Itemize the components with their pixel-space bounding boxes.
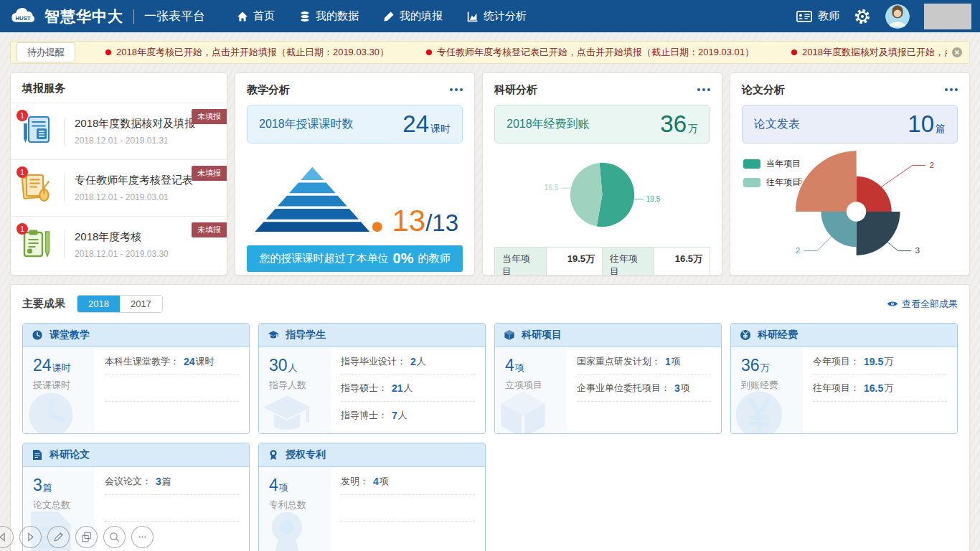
zoom-button[interactable] [103,526,126,548]
achievement-title: 科研经费 [758,329,798,342]
achievement-summary: 30人 指导人数 [259,347,331,434]
legend-item[interactable]: 当年项目 [743,158,801,170]
rank-current: 13 [392,204,425,238]
achievement-card-header: 指导学生 [259,324,485,347]
achievement-detail: 今年项目： 19.5 万 [813,349,947,375]
notice-label: 待办提醒 [17,42,75,62]
next-icon [24,531,37,543]
notice-text: 专任教师年度考核登记表已开始，点击并开始填报（截止日期：2019.03.01） [437,46,754,59]
achievement-card-header: 科研经费 [731,324,957,347]
service-name: 专任教师年度考核登记表 [75,174,193,187]
more-menu-icon[interactable] [697,85,710,94]
nav-my-report[interactable]: 我的填报 [383,9,443,23]
user-avatar[interactable] [885,4,910,29]
detail-label: 指导毕业设计： [341,355,406,368]
close-icon[interactable] [947,42,969,63]
nav-my-data[interactable]: 我的数据 [299,9,359,23]
prev-button[interactable] [0,526,14,548]
next-button[interactable] [19,526,42,548]
achievement-detail-empty [105,402,239,428]
pencil-icon [383,11,395,22]
achievement-details: 指导毕业设计： 2 人 指导硕士： 21 人 指导博士： 7 人 [331,347,485,434]
database-icon [299,11,311,22]
yen-icon [732,388,786,434]
more-button[interactable] [131,526,154,548]
teaching-analysis-card: 教学分析 2018年授课课时数 24 课时 13 /13 [235,72,475,276]
achievement-detail-empty [577,402,711,428]
achievement-card: 指导学生 30人 指导人数 指导毕业设计： 2 人 指导硕士： 21 人 [258,323,486,434]
detail-label: 本科生课堂教学： [105,355,179,368]
clipboard-pen-icon: 1 [19,227,54,262]
report-service-item[interactable]: 1 2018年度数据核对及填报 2018.12.01 - 2019.01.31 … [11,103,227,160]
achievements-panel: 主要成果 2018 2017 查看全部成果 课堂教学 24课时 授课课时 [10,284,970,551]
nav-label: 我的填报 [400,9,443,23]
achievement-summary: 4项 立项项目 [495,347,567,434]
cloud-logo-icon: HUST [9,7,37,26]
summary-unit: 课时 [52,362,71,375]
tab-2017[interactable]: 2017 [120,296,162,312]
teaching-hours-stat: 2018年授课课时数 24 课时 [247,105,463,143]
achievement-detail: 往年项目： 16.5 万 [813,375,947,402]
app-logo[interactable]: HUST 智慧华中大 一张表平台 [9,6,205,27]
service-period: 2018.12.01 - 2019.03.01 [75,192,193,202]
achievement-detail: 国家重点研发计划： 1 项 [577,349,711,375]
panel-title: 主要成果 [22,297,65,311]
detail-value: 2 [410,356,416,367]
username-redacted [924,4,971,29]
notice-item[interactable]: 2018年度考核已开始，点击并开始填报（截止日期：2019.03.30） [105,46,389,59]
notice-item[interactable]: 专任教师年度考核登记表已开始，点击并开始填报（截止日期：2019.03.01） [426,46,754,59]
service-name: 2018年度考核 [75,230,169,244]
table-value: 16.5万 [654,248,710,276]
pencil-icon [52,531,65,543]
clock-icon [24,388,77,434]
legend-swatch [743,159,760,169]
status-badge: 未填报 [192,166,227,181]
detail-label: 指导硕士： [341,382,387,395]
report-service-item[interactable]: 1 2018年度考核 2018.12.01 - 2019.03.30 未填报 [11,217,227,273]
detail-value: 4 [373,476,379,487]
detail-value: 19.5 [864,356,883,367]
summary-unit: 项 [279,481,288,494]
report-service-item[interactable]: 1 专任教师年度考核登记表 2018.12.01 - 2019.03.01 未填… [11,160,227,217]
more-icon [136,531,149,543]
status-badge: 未填报 [192,222,227,237]
role-switcher[interactable]: 教师 [796,9,839,23]
stat-unit: 课时 [430,123,451,136]
gradcap-icon [260,388,314,434]
prev-icon [0,531,9,543]
achievement-detail: 指导硕士： 21 人 [341,375,475,402]
table-value: 19.5万 [547,248,603,276]
achievement-title: 科研论文 [50,448,90,461]
view-all-link[interactable]: 查看全部成果 [887,298,958,311]
clock-icon [32,329,43,341]
achievement-detail: 指导毕业设计： 2 人 [341,349,475,375]
nav-statistics[interactable]: 统计分析 [467,9,527,23]
more-menu-icon[interactable] [450,85,463,94]
settings-gear-icon[interactable] [854,8,871,25]
notice-item[interactable]: 2018年度数据核对及填报已开始，点击并开始填报 [791,46,969,59]
achievement-detail-empty [341,495,475,522]
card-title: 科研分析 [494,83,537,97]
copy-button[interactable] [75,526,98,548]
chart-legend: 当年项目往年项目 [743,158,801,189]
more-menu-icon[interactable] [945,85,958,94]
pencil-button[interactable] [47,526,70,548]
tab-2018[interactable]: 2018 [77,296,120,312]
legend-swatch [743,178,760,187]
medal-icon [260,508,314,551]
legend-item[interactable]: 往年项目 [743,176,801,189]
legend-label: 往年项目 [766,176,801,189]
achievement-card: 科研经费 36万 到账经费 今年项目： 19.5 万 往年项目： 16.5 万 [730,323,958,434]
bullet-icon [105,50,111,55]
achievement-card-header: 授权专利 [259,443,485,467]
card-title: 教学分析 [247,83,290,97]
table-header: 往年项目 [603,248,654,276]
rank-marker-icon [372,222,382,232]
achievement-detail: 会议论文： 3 篇 [105,468,239,495]
achievement-title: 课堂教学 [50,329,90,342]
nav-home[interactable]: 首页 [237,9,275,23]
doc-icon [32,449,43,461]
achievement-card-header: 科研项目 [495,324,721,347]
brand-name: 智慧华中大 [44,6,123,27]
funding-table: 当年项目 19.5万 往年项目 16.5万 [494,247,710,276]
